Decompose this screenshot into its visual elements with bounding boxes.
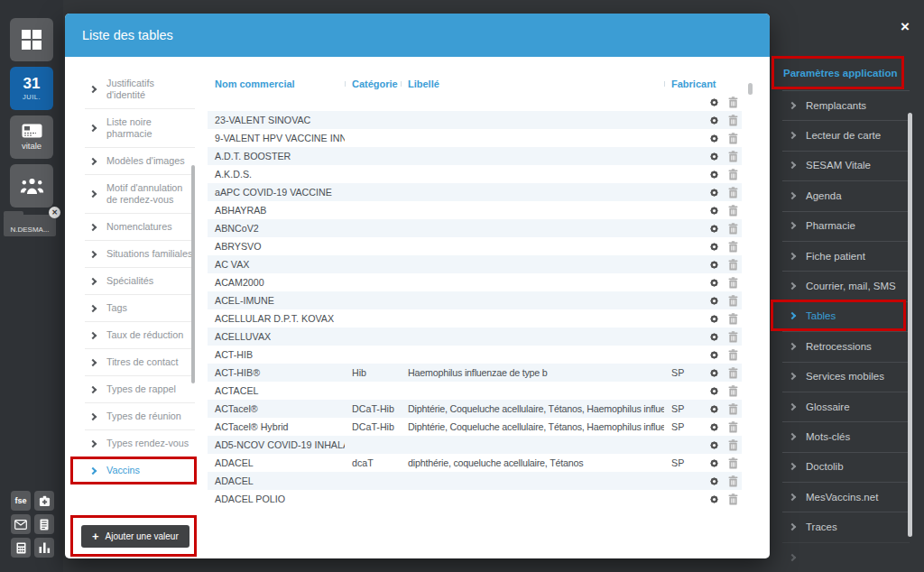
row-delete-button[interactable]	[724, 165, 742, 183]
sidebar-scrollbar[interactable]	[908, 113, 912, 537]
row-settings-button[interactable]	[704, 418, 724, 436]
table-scrollbar[interactable]	[748, 83, 753, 95]
sidebar-item[interactable]: Doctolib	[770, 452, 924, 482]
table-row[interactable]: ABNCoV2	[208, 219, 742, 237]
table-row[interactable]: ACTacel® DCaT-Hib Diphtérie, Coqueluche …	[208, 400, 742, 418]
row-settings-button[interactable]	[704, 328, 724, 346]
row-delete-button[interactable]	[724, 93, 742, 111]
table-category-item[interactable]: Titres de contact	[85, 349, 195, 376]
sidebar-item[interactable]: Agenda	[770, 180, 924, 210]
table-row[interactable]: ACTacel® Hybrid DCaT-Hib Diphtérie, Coqu…	[208, 418, 742, 436]
row-settings-button[interactable]	[704, 309, 724, 328]
sidebar-item[interactable]	[770, 542, 924, 572]
row-delete-button[interactable]	[724, 201, 742, 219]
row-settings-button[interactable]	[704, 346, 724, 364]
row-settings-button[interactable]	[704, 165, 724, 183]
table-row[interactable]: ACT-HIB® Hib Haemophilus influenzae de t…	[208, 364, 742, 382]
row-settings-button[interactable]	[704, 273, 724, 291]
row-delete-button[interactable]	[724, 346, 742, 364]
row-settings-button[interactable]	[704, 255, 724, 273]
row-settings-button[interactable]	[704, 490, 724, 508]
table-category-item[interactable]: Types de réunion	[85, 403, 195, 430]
pharmacy-button[interactable]	[34, 491, 54, 511]
table-row[interactable]: 9-VALENT HPV VACCINE INNOVAX	[208, 129, 742, 147]
row-delete-button[interactable]	[724, 364, 742, 382]
fse-button[interactable]: fse	[11, 491, 31, 511]
table-row[interactable]: ABHAYRAB	[208, 201, 742, 219]
sidebar-item[interactable]: MesVaccins.net	[770, 482, 924, 512]
row-delete-button[interactable]	[724, 472, 742, 490]
row-delete-button[interactable]	[724, 328, 742, 346]
table-row[interactable]: ACAM2000	[208, 273, 742, 291]
row-settings-button[interactable]	[704, 364, 724, 382]
table-category-item[interactable]: Vaccins	[85, 457, 195, 484]
column-header-libelle[interactable]: Libellé	[401, 78, 664, 89]
table-row[interactable]: ADACEL	[208, 472, 742, 490]
table-category-item[interactable]: Liste noire pharmacie	[85, 109, 195, 148]
row-delete-button[interactable]	[724, 436, 742, 454]
apps-grid-tile[interactable]	[10, 18, 53, 61]
calendar-tile[interactable]: 31 JUIL.	[10, 67, 53, 110]
teams-tile[interactable]	[10, 164, 53, 208]
row-delete-button[interactable]	[724, 291, 742, 309]
table-category-item[interactable]: Tags	[85, 295, 195, 322]
sidebar-item[interactable]: Lecteur de carte	[770, 120, 924, 150]
row-settings-button[interactable]	[704, 400, 724, 418]
sidebar-item[interactable]: Fiche patient	[770, 241, 924, 271]
row-delete-button[interactable]	[724, 255, 742, 273]
table-row[interactable]: ABRYSVO	[208, 237, 742, 255]
calculator-button[interactable]	[11, 538, 31, 558]
row-delete-button[interactable]	[724, 147, 742, 165]
sidebar-item[interactable]: Remplacants	[770, 90, 924, 120]
row-delete-button[interactable]	[724, 219, 742, 237]
sidebar-item[interactable]: Retrocessions	[770, 331, 924, 361]
mail-button[interactable]	[11, 514, 31, 534]
sidebar-item[interactable]: Glossaire	[770, 392, 924, 421]
table-row[interactable]: 23-VALENT SINOVAC	[208, 111, 742, 129]
row-delete-button[interactable]	[724, 129, 742, 147]
sidebar-item[interactable]: Traces	[770, 512, 924, 541]
table-category-item[interactable]: Modèles d'images	[85, 148, 195, 175]
row-delete-button[interactable]	[724, 400, 742, 418]
row-settings-button[interactable]	[704, 111, 724, 129]
row-settings-button[interactable]	[704, 472, 724, 490]
table-row[interactable]: A.K.D.S.	[208, 165, 742, 183]
table-row[interactable]: ADACEL dcaT diphthérie, coqueluche acell…	[208, 454, 742, 472]
row-delete-button[interactable]	[724, 382, 742, 400]
table-row[interactable]: ACTACEL	[208, 382, 742, 400]
table-category-item[interactable]: Situations familiales	[85, 241, 195, 268]
table-row[interactable]: A.D.T. BOOSTER	[208, 147, 742, 165]
row-settings-button[interactable]	[704, 183, 724, 201]
row-settings-button[interactable]	[704, 93, 724, 111]
table-row[interactable]: ADACEL POLIO	[208, 490, 742, 508]
carte-vitale-tile[interactable]: vitale	[10, 115, 53, 159]
row-settings-button[interactable]	[704, 454, 724, 472]
table-category-item[interactable]: Nomenclatures	[85, 214, 195, 241]
row-delete-button[interactable]	[724, 183, 742, 201]
table-row[interactable]: AC VAX	[208, 255, 742, 273]
row-settings-button[interactable]	[704, 219, 724, 237]
row-settings-button[interactable]	[704, 382, 724, 400]
row-settings-button[interactable]	[704, 436, 724, 454]
row-delete-button[interactable]	[724, 237, 742, 255]
table-row[interactable]: ACT-HIB	[208, 346, 742, 364]
sidebar-item[interactable]: Mots-clés	[770, 421, 924, 451]
user-chip-close-icon[interactable]: ✕	[49, 207, 60, 218]
close-icon[interactable]: ×	[895, 17, 915, 37]
row-delete-button[interactable]	[724, 273, 742, 291]
table-row[interactable]: ACELLULAR D.P.T. KOVAX	[208, 309, 742, 328]
table-row[interactable]: aAPC COVID-19 VACCINE	[208, 183, 742, 201]
row-delete-button[interactable]	[724, 111, 742, 129]
row-settings-button[interactable]	[704, 237, 724, 255]
add-value-button[interactable]: + Ajouter une valeur	[81, 525, 189, 548]
table-row[interactable]: ACEL-IMUNE	[208, 291, 742, 309]
row-delete-button[interactable]	[724, 309, 742, 328]
column-header-nom-commercial[interactable]: Nom commercial	[208, 78, 345, 89]
sidebar-item[interactable]: Tables	[770, 301, 924, 331]
table-category-item[interactable]: Spécialités	[85, 268, 195, 295]
notes-button[interactable]	[34, 514, 54, 534]
row-delete-button[interactable]	[724, 418, 742, 436]
table-row[interactable]: AD5-NCOV COVID-19 INHALATION VACCINE	[208, 436, 742, 454]
column-header-fabricant[interactable]: Fabricant	[664, 78, 704, 89]
row-settings-button[interactable]	[704, 201, 724, 219]
